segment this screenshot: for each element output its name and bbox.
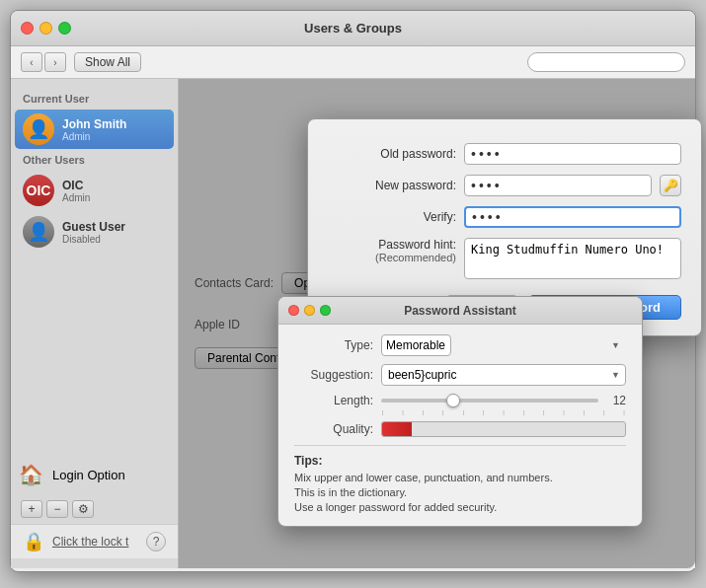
pwd-length-value: 12 — [606, 394, 626, 407]
main-content: Current User 👤 John Smith Admin Other Us… — [11, 79, 695, 568]
hint-label: Password hint: — [328, 238, 456, 252]
login-option[interactable]: 🏠 Login Option — [11, 455, 178, 494]
hint-sublabel: (Recommended) — [328, 252, 456, 263]
pwd-suggestion-wrapper — [381, 364, 626, 386]
pwd-close-button[interactable] — [288, 305, 299, 316]
hint-row: Password hint: (Recommended) King Studmu… — [328, 238, 681, 279]
pwd-type-select[interactable]: Memorable — [381, 334, 451, 356]
minimize-button[interactable] — [39, 22, 52, 35]
old-password-input[interactable] — [464, 143, 681, 165]
user-role-oic: Admin — [62, 192, 166, 203]
help-button[interactable]: ? — [146, 532, 166, 551]
pwd-quality-label: Quality: — [294, 422, 373, 436]
pwd-length-row: Length: 12 — [294, 394, 626, 407]
window-title: Users & Groups — [304, 21, 402, 36]
old-password-label: Old password: — [328, 147, 456, 161]
verify-label: Verify: — [328, 210, 456, 224]
show-all-button[interactable]: Show All — [74, 52, 141, 72]
lock-icon: 🔒 — [23, 531, 44, 552]
pwd-assistant-title: Password Assistant — [404, 304, 516, 318]
avatar-guest: 👤 — [23, 216, 54, 248]
title-bar: Users & Groups — [11, 11, 695, 46]
pwd-tips-section: Tips: Mix upper and lower case, punctuat… — [294, 445, 626, 513]
right-panel: Contacts Card: Open... Apple ID Parental… — [179, 79, 695, 568]
nav-buttons: ‹ › — [21, 52, 66, 72]
password-assistant-window: Password Assistant Type: Memorable — [277, 296, 643, 527]
pwd-slider-track — [381, 399, 598, 403]
new-password-label: New password: — [328, 179, 456, 192]
traffic-lights — [21, 22, 71, 35]
sidebar-item-john-smith[interactable]: 👤 John Smith Admin — [15, 110, 174, 149]
pwd-tip-2: This is in the dictionary. — [294, 486, 626, 498]
verify-input[interactable] — [464, 206, 681, 228]
user-name-oic: OIC — [62, 179, 166, 192]
hint-input[interactable]: King Studmuffin Numero Uno! — [464, 238, 681, 279]
pwd-min-button[interactable] — [304, 305, 315, 316]
pwd-tips-title: Tips: — [294, 454, 626, 468]
pwd-type-select-wrapper: Memorable — [381, 334, 626, 356]
pwd-tip-1: Mix upper and lower case, punctuation, a… — [294, 472, 626, 483]
user-role-guest: Disabled — [62, 234, 166, 245]
settings-button[interactable]: ⚙ — [72, 500, 94, 518]
current-user-label: Current User — [11, 89, 178, 109]
user-name-john: John Smith — [62, 117, 166, 131]
pwd-length-label: Length: — [294, 394, 373, 407]
pwd-tip-3: Use a longer password for added security… — [294, 501, 626, 513]
new-password-input[interactable] — [464, 175, 652, 196]
pwd-slider-thumb[interactable] — [446, 394, 460, 407]
sidebar-item-guest[interactable]: 👤 Guest User Disabled — [15, 212, 174, 252]
lock-bar: 🔒 Click the lock t ? — [11, 524, 178, 558]
main-window: Users & Groups ‹ › Show All Current User… — [10, 10, 696, 572]
toolbar: ‹ › Show All — [11, 46, 695, 79]
old-password-row: Old password: — [328, 143, 681, 165]
maximize-button[interactable] — [58, 22, 71, 35]
pwd-suggestion-input[interactable] — [381, 364, 626, 386]
user-info-john: John Smith Admin — [62, 117, 166, 142]
search-input[interactable] — [527, 52, 685, 72]
avatar-oic: OIC — [23, 175, 54, 206]
close-button[interactable] — [21, 22, 34, 35]
sidebar-controls: + − ⚙ — [11, 494, 178, 524]
pwd-body: Type: Memorable Suggestion: — [278, 325, 642, 526]
pwd-title-bar: Password Assistant — [278, 297, 642, 325]
sidebar: Current User 👤 John Smith Admin Other Us… — [11, 79, 179, 568]
login-option-label: Login Option — [52, 468, 125, 482]
nav-forward-button[interactable]: › — [44, 52, 66, 72]
add-user-button[interactable]: + — [21, 500, 42, 518]
pwd-suggestion-label: Suggestion: — [294, 368, 373, 382]
pwd-quality-fill — [382, 422, 412, 436]
nav-back-button[interactable]: ‹ — [21, 52, 42, 72]
pwd-slider-container — [381, 399, 598, 403]
pwd-quality-bar — [381, 421, 626, 437]
user-info-guest: Guest User Disabled — [62, 220, 166, 245]
pwd-type-label: Type: — [294, 338, 373, 352]
pwd-max-button[interactable] — [320, 305, 331, 316]
pwd-quality-row: Quality: — [294, 421, 626, 437]
pwd-suggestion-row: Suggestion: — [294, 364, 626, 386]
verify-row: Verify: — [328, 206, 681, 228]
lock-text[interactable]: Click the lock t — [52, 535, 128, 549]
home-icon: 🏠 — [15, 459, 46, 490]
user-name-guest: Guest User — [62, 220, 166, 234]
user-role-john: Admin — [62, 131, 166, 142]
pwd-type-row: Type: Memorable — [294, 334, 626, 356]
pwd-traffic-lights — [288, 305, 331, 316]
other-users-label: Other Users — [11, 150, 178, 170]
remove-user-button[interactable]: − — [46, 500, 68, 518]
new-password-row: New password: 🔑 — [328, 175, 681, 196]
user-info-oic: OIC Admin — [62, 179, 166, 203]
key-button[interactable]: 🔑 — [660, 175, 681, 196]
sidebar-item-oic[interactable]: OIC OIC Admin — [15, 171, 174, 210]
avatar-john: 👤 — [23, 113, 54, 145]
